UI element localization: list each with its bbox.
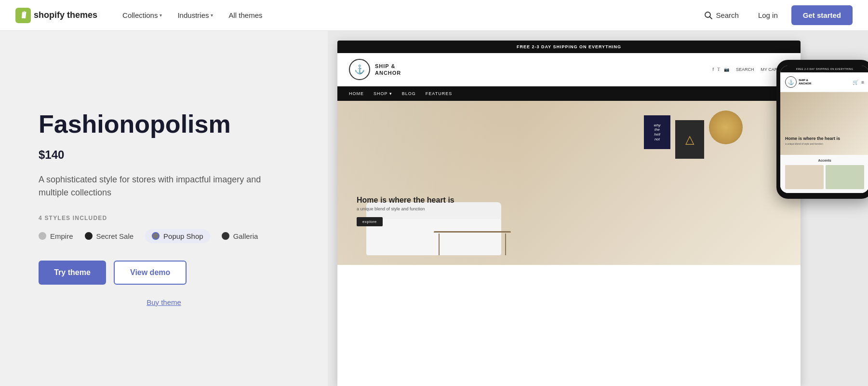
svg-line-2 — [710, 16, 712, 19]
style-dot-empire — [39, 232, 46, 240]
mobile-hero: Home is where the heart is a unique blen… — [780, 92, 868, 155]
logo[interactable]: shopify themes — [15, 8, 97, 23]
main-content: Fashionopolism $140 A sophisticated styl… — [0, 31, 868, 386]
mobile-headline: Home is where the heart is — [785, 136, 840, 141]
mobile-screen: FREE 2-3 DAY SHIPPING ON EVERYTHING ⚓ SH… — [780, 66, 868, 193]
theme-description: A sophisticated style for stores with im… — [39, 173, 270, 199]
mockup-hero: whythehellnot Home is where the heart is… — [337, 101, 801, 265]
hero-text-box: Home is where the heart is a unique blen… — [357, 196, 454, 226]
mobile-logo: ⚓ SHIP & ANCHOR — [785, 76, 811, 88]
nav-collections[interactable]: Collections ▾ — [117, 7, 168, 23]
preview-container: FREE 2-3 DAY SHIPPING ON EVERYTHING ⚓ SH… — [328, 31, 868, 386]
get-started-button[interactable]: Get started — [791, 5, 853, 25]
chevron-down-icon: ▾ — [160, 13, 162, 18]
mobile-section: Accents — [780, 155, 868, 193]
action-buttons: Try theme View demo — [39, 261, 289, 285]
mobile-topbar: FREE 2-3 DAY SHIPPING ON EVERYTHING — [780, 66, 868, 72]
mobile-section-title: Accents — [785, 159, 864, 162]
mockup-brand-name: SHIP & ANCHOR — [375, 63, 401, 77]
mobile-icons: 🛒 ≡ — [853, 80, 864, 85]
hero-art1 — [675, 120, 704, 159]
style-option-secret-sale[interactable]: Secret Sale — [85, 232, 134, 240]
mockup-nav: HOME SHOP ▾ BLOG FEATURES — [337, 86, 801, 101]
style-option-galleria[interactable]: Galleria — [222, 232, 258, 240]
search-icon — [704, 11, 713, 20]
mockup-nav-features: FEATURES — [426, 91, 452, 96]
desktop-mockup: FREE 2-3 DAY SHIPPING ON EVERYTHING ⚓ SH… — [337, 41, 801, 386]
theme-price: $140 — [39, 148, 289, 162]
nav-industries[interactable]: Industries ▾ — [172, 7, 219, 23]
mobile-header: ⚓ SHIP & ANCHOR 🛒 ≡ — [780, 72, 868, 92]
login-button[interactable]: Log in — [752, 7, 784, 23]
view-demo-button[interactable]: View demo — [114, 261, 187, 285]
mobile-logo-circle: ⚓ — [785, 76, 797, 88]
styles-heading: 4 STYLES INCLUDED — [39, 215, 289, 221]
search-button[interactable]: Search — [698, 7, 745, 24]
style-option-empire[interactable]: Empire — [39, 232, 73, 240]
mockup-logo-circle: ⚓ — [349, 59, 370, 80]
mobile-sub: a unique blend of style and function — [785, 142, 840, 145]
hero-cta: explore — [357, 217, 383, 226]
mobile-brand-name: SHIP & ANCHOR — [799, 79, 811, 85]
theme-title: Fashionopolism — [39, 110, 289, 138]
logo-text: shopify themes — [34, 10, 97, 20]
nav-links: Collections ▾ Industries ▾ All themes — [117, 7, 698, 23]
style-dot-popup-shop — [152, 232, 160, 240]
mobile-grid-item-2 — [826, 165, 864, 189]
hero-art2: whythehellnot — [644, 115, 670, 149]
style-dot-secret-sale — [85, 232, 93, 240]
hero-table — [434, 231, 511, 255]
chevron-down-icon: ▾ — [211, 13, 213, 18]
mobile-grid — [785, 165, 864, 189]
styles-list: Empire Secret Sale Popup Shop Galleria — [39, 229, 289, 243]
mockup-topbar: FREE 2-3 DAY SHIPPING ON EVERYTHING — [337, 41, 801, 53]
style-dot-galleria — [222, 232, 229, 240]
mockup-header: ⚓ SHIP & ANCHOR f 𝕋 📷 SEARCH MY CART 🛒0 — [337, 53, 801, 86]
mobile-menu-icon: ≡ — [861, 80, 864, 85]
mobile-grid-item-1 — [785, 165, 824, 189]
mobile-mockup: FREE 2-3 DAY SHIPPING ON EVERYTHING ⚓ SH… — [776, 60, 868, 199]
mockup-nav-blog: BLOG — [402, 91, 416, 96]
mockup-nav-home: HOME — [349, 91, 364, 96]
nav-all-themes[interactable]: All themes — [223, 7, 268, 23]
shopify-logo-icon — [15, 8, 31, 23]
mobile-hero-text: Home is where the heart is a unique blen… — [785, 136, 840, 145]
navbar: shopify themes Collections ▾ Industries … — [0, 0, 868, 31]
mobile-hero-bg — [780, 92, 868, 155]
left-panel: Fashionopolism $140 A sophisticated styl… — [0, 31, 328, 386]
hero-sub: a unique blend of style and function — [357, 207, 454, 211]
mockup-logo-area: ⚓ SHIP & ANCHOR — [349, 59, 401, 80]
buy-theme-link[interactable]: Buy theme — [39, 298, 289, 306]
try-theme-button[interactable]: Try theme — [39, 261, 106, 285]
mockup-nav-shop: SHOP ▾ — [374, 91, 392, 96]
hero-lamp — [709, 110, 743, 144]
mobile-cart-icon: 🛒 — [853, 80, 858, 85]
hero-headline: Home is where the heart is — [357, 196, 454, 205]
nav-right: Search Log in Get started — [698, 5, 853, 25]
right-panel: FREE 2-3 DAY SHIPPING ON EVERYTHING ⚓ SH… — [328, 31, 868, 386]
style-option-popup-shop[interactable]: Popup Shop — [145, 229, 210, 243]
